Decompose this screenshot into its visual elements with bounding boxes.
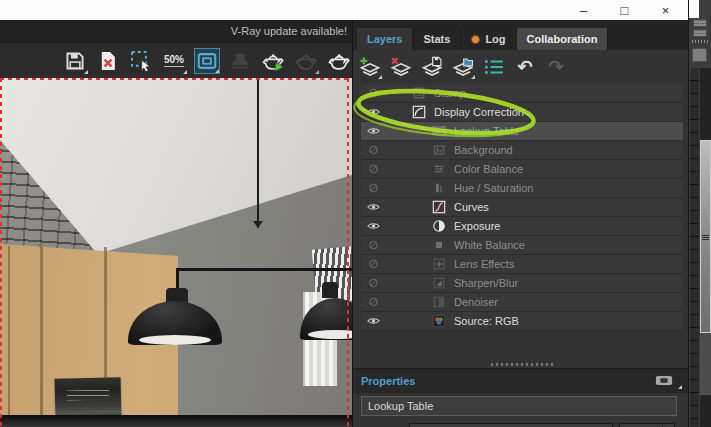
- tab-stats[interactable]: Stats: [413, 28, 461, 50]
- region-select-button[interactable]: [128, 48, 154, 74]
- visibility-eye-off-icon[interactable]: [366, 276, 382, 290]
- render-poster: [55, 377, 122, 418]
- layer-label: Background: [454, 144, 513, 156]
- tab-label: Layers: [367, 33, 402, 45]
- side-strip-slider-tail: [700, 333, 711, 395]
- layer-row[interactable]: Denoiser: [361, 293, 683, 312]
- properties-toggle-button[interactable]: [654, 374, 674, 387]
- layer-label: Sharpen/Blur: [454, 277, 518, 289]
- save-layers-button[interactable]: [419, 54, 445, 80]
- update-notification-link[interactable]: V-Ray update available!: [231, 25, 352, 37]
- properties-title: Properties: [353, 375, 415, 387]
- render-last-button[interactable]: [326, 48, 352, 74]
- add-layer-button[interactable]: [357, 54, 383, 80]
- zoom-level-button[interactable]: 50%: [161, 48, 187, 74]
- visibility-eye-icon[interactable]: [366, 105, 382, 119]
- close-button[interactable]: ×: [645, 0, 686, 20]
- pendant-cable: [257, 78, 259, 228]
- redo-button[interactable]: ↷: [543, 54, 569, 80]
- minimize-button[interactable]: –: [563, 0, 604, 20]
- stamp-icon: [412, 86, 426, 100]
- info-bar: V-Ray update available!: [0, 20, 352, 42]
- vfb-toolbar: 50%: [0, 42, 352, 78]
- layer-row[interactable]: Curves: [361, 198, 683, 217]
- sharpen-blur-icon: [432, 276, 446, 290]
- blend-weight-field[interactable]: 1.000 ▲▼: [619, 423, 675, 427]
- layer-row[interactable]: LUTLookup Table: [361, 122, 683, 141]
- cabinet-frame-line: [40, 246, 43, 427]
- layer-label: Curves: [454, 201, 489, 213]
- pendant-cable-connector: [253, 221, 263, 228]
- layer-row[interactable]: Sharpen/Blur: [361, 274, 683, 293]
- side-strip-slider[interactable]: [700, 140, 711, 333]
- layer-row[interactable]: White Balance: [361, 236, 683, 255]
- layer-row[interactable]: Exposure: [361, 217, 683, 236]
- visibility-eye-off-icon[interactable]: [366, 181, 382, 195]
- clear-image-button[interactable]: [95, 48, 121, 74]
- side-strip-ruler: [690, 68, 699, 427]
- layer-row[interactable]: Display Correction: [361, 103, 683, 122]
- layer-row[interactable]: Hue / Saturation: [361, 179, 683, 198]
- interactive-render-button[interactable]: [260, 48, 286, 74]
- delete-layer-button[interactable]: [388, 54, 414, 80]
- lens-effects-icon: [432, 257, 446, 271]
- layer-row[interactable]: Lens Effects: [361, 255, 683, 274]
- stamp-follow-button[interactable]: [227, 48, 253, 74]
- visibility-eye-icon[interactable]: [366, 200, 382, 214]
- svg-text:LUT: LUT: [434, 128, 445, 134]
- white-balance-icon: [432, 238, 446, 252]
- visibility-eye-off-icon[interactable]: [366, 162, 382, 176]
- blending-dropdown[interactable]: Overwrite ▼: [409, 423, 613, 427]
- tab-log[interactable]: Log: [461, 28, 516, 50]
- layer-toolbar: ↶↷: [357, 50, 569, 84]
- rt-render-button[interactable]: [293, 48, 319, 74]
- layer-label: Denoiser: [454, 296, 498, 308]
- undo-button[interactable]: ↶: [512, 54, 538, 80]
- visibility-eye-off-icon[interactable]: [366, 238, 382, 252]
- pendant-lamp-left-inner: [139, 335, 211, 345]
- lut-icon: LUT: [432, 124, 446, 138]
- visibility-eye-off-icon[interactable]: [366, 86, 382, 100]
- panel-resize-grip[interactable]: [491, 363, 555, 366]
- layer-options-button[interactable]: [481, 54, 507, 80]
- layer-row[interactable]: Background: [361, 141, 683, 160]
- layer-label: Color Balance: [454, 163, 523, 175]
- properties-corner-indicator: [678, 385, 682, 389]
- tab-collaboration[interactable]: Collaboration: [517, 28, 609, 50]
- save-image-button[interactable]: [62, 48, 88, 74]
- visibility-eye-off-icon[interactable]: [366, 295, 382, 309]
- hue-saturation-icon: [432, 181, 446, 195]
- layer-label: White Balance: [454, 239, 525, 251]
- layer-row[interactable]: Source: RGB: [361, 312, 683, 331]
- visibility-eye-icon[interactable]: [366, 124, 382, 138]
- region-render-button[interactable]: [194, 48, 220, 74]
- layer-label: Lookup Table: [454, 125, 519, 137]
- region-marquee-left: [0, 78, 2, 427]
- selected-layer-title-bar: Lookup Table: [361, 396, 677, 416]
- render-viewport[interactable]: [0, 78, 352, 427]
- region-marquee-top: [0, 78, 352, 80]
- visibility-eye-off-icon[interactable]: [366, 143, 382, 157]
- side-strip-swatch[interactable]: [692, 48, 707, 62]
- visibility-eye-icon[interactable]: [366, 219, 382, 233]
- visibility-eye-icon[interactable]: [366, 314, 382, 328]
- window-controls: –□×: [563, 0, 686, 20]
- layer-row[interactable]: Stamp: [361, 84, 683, 103]
- background-icon: [432, 143, 446, 157]
- tab-label: Stats: [423, 33, 450, 45]
- maximize-button[interactable]: □: [604, 0, 645, 20]
- layer-label: Exposure: [454, 220, 500, 232]
- load-layers-button[interactable]: [450, 54, 476, 80]
- pendant-bar: [176, 268, 352, 271]
- denoiser-icon: [432, 295, 446, 309]
- blending-row: Blending Overwrite ▼ 1.000 ▲▼: [353, 420, 688, 427]
- side-strip-grip: [692, 40, 708, 43]
- color-balance-icon: [432, 162, 446, 176]
- side-strip-button[interactable]: [693, 19, 707, 27]
- side-strip: [688, 0, 711, 427]
- visibility-eye-off-icon[interactable]: [366, 257, 382, 271]
- tab-layers[interactable]: Layers: [357, 28, 413, 50]
- layer-list: StampDisplay CorrectionLUTLookup TableBa…: [361, 84, 683, 331]
- layer-row[interactable]: Color Balance: [361, 160, 683, 179]
- side-strip-button[interactable]: [693, 29, 707, 37]
